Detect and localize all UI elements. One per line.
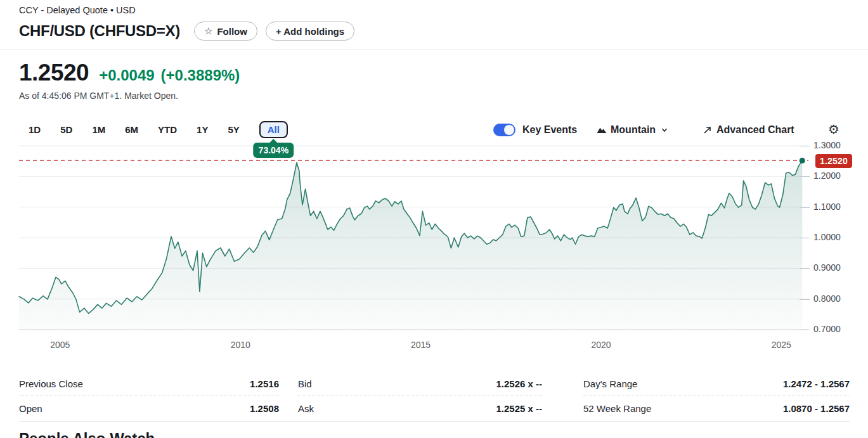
chevron-down-icon <box>661 126 668 134</box>
price-change: +0.0049 <box>99 67 154 84</box>
performance-badge: 73.04% <box>254 143 294 158</box>
key-events-toggle[interactable] <box>493 124 515 136</box>
tab-all-label: All <box>268 124 280 135</box>
follow-label: Follow <box>217 26 247 37</box>
stat-row-52-week-range: 52 Week Range 1.0870 - 1.2567 <box>583 396 850 421</box>
stat-value: 1.2525 x -- <box>496 403 542 414</box>
quote-type-meta: CCY - Delayed Quote • USD <box>19 5 136 15</box>
stat-row-open: Open 1.2508 <box>19 396 279 421</box>
add-holdings-button[interactable]: + Add holdings <box>266 22 354 41</box>
tab-5d[interactable]: 5D <box>60 124 72 135</box>
tab-5y[interactable]: 5Y <box>228 124 239 135</box>
chart-type-dropdown[interactable]: Mountain <box>597 121 668 139</box>
key-events-label: Key Events <box>522 124 577 136</box>
stat-value: 1.2508 <box>250 403 279 414</box>
x-axis-label: 2010 <box>223 340 258 350</box>
stat-value: 1.0870 - 1.2567 <box>783 403 850 414</box>
y-axis-tick <box>800 330 810 330</box>
stat-row-days-range: Day's Range 1.2472 - 1.2567 <box>583 371 850 396</box>
tab-6m[interactable]: 6M <box>125 124 138 135</box>
y-axis-label: 1.0000 <box>813 232 841 242</box>
chart-type-label: Mountain <box>611 124 656 136</box>
x-axis-label: 2020 <box>583 340 619 350</box>
tab-ytd[interactable]: YTD <box>158 124 177 135</box>
title-row: CHF/USD (CHFUSD=X) ☆ Follow + Add holdin… <box>19 22 354 41</box>
y-axis-tick <box>800 176 810 177</box>
stat-label: 52 Week Range <box>583 403 651 414</box>
price-row: 1.2520 +0.0049 (+0.3889%) <box>19 60 240 86</box>
stats-column-3: Day's Range 1.2472 - 1.2567 52 Week Rang… <box>583 371 850 421</box>
advanced-chart-button[interactable]: Advanced Chart <box>703 121 794 139</box>
header-divider <box>0 49 868 49</box>
y-axis-tick <box>800 207 810 208</box>
x-axis-label: 2015 <box>403 340 439 350</box>
y-axis-tick <box>800 238 810 238</box>
quote-page: CCY - Delayed Quote • USD CHF/USD (CHFUS… <box>0 0 868 438</box>
y-axis-label: 0.7000 <box>813 324 841 334</box>
x-axis-label: 2025 <box>763 340 799 350</box>
mountain-icon <box>597 126 607 134</box>
last-price-dot <box>800 158 805 164</box>
stat-label: Day's Range <box>583 378 637 389</box>
y-axis-label: 1.3000 <box>813 140 841 150</box>
y-axis-tick <box>800 268 810 269</box>
as-of-timestamp: As of 4:45:06 PM GMT+1. Market Open. <box>19 91 178 101</box>
page-title: CHF/USD (CHFUSD=X) <box>19 22 180 40</box>
range-tabs: 1D 5D 1M 6M YTD 1Y 5Y All 73.04% <box>29 119 288 139</box>
current-price-badge: 1.2520 <box>815 154 852 168</box>
stat-row-ask: Ask 1.2525 x -- <box>298 396 542 421</box>
y-axis: 1.30001.20001.10001.00000.90000.80000.70… <box>813 146 852 331</box>
stat-label: Bid <box>298 378 312 389</box>
expand-arrow-icon <box>703 126 712 135</box>
table-bottom-border <box>19 421 850 422</box>
stats-column-2: Bid 1.2526 x -- Ask 1.2525 x -- <box>298 371 542 421</box>
stats-column-1: Previous Close 1.2516 Open 1.2508 <box>19 371 279 421</box>
advanced-chart-label: Advanced Chart <box>716 124 794 136</box>
stat-value: 1.2526 x -- <box>496 378 542 389</box>
gear-icon[interactable]: ⚙ <box>828 122 839 137</box>
price-change-percent: (+0.3889%) <box>161 67 240 84</box>
y-axis-label: 1.1000 <box>813 202 841 212</box>
y-axis-label: 0.8000 <box>813 293 841 304</box>
tab-all-selected[interactable]: All 73.04% <box>259 121 288 138</box>
stat-label: Ask <box>298 403 314 414</box>
x-axis-label: 2005 <box>42 340 78 350</box>
tab-1d[interactable]: 1D <box>29 124 41 135</box>
add-holdings-label: + Add holdings <box>276 26 344 37</box>
y-axis-label: 0.9000 <box>813 262 841 273</box>
key-events-control: Key Events <box>493 121 577 139</box>
y-axis-tick <box>800 299 810 300</box>
stat-label: Open <box>19 403 42 414</box>
price-area-fill <box>19 160 802 330</box>
star-icon: ☆ <box>204 25 212 37</box>
tab-1m[interactable]: 1M <box>92 124 105 135</box>
current-price: 1.2520 <box>19 60 89 86</box>
people-also-watch-heading: People Also Watch <box>19 430 155 438</box>
price-chart[interactable] <box>19 146 808 330</box>
toggle-knob <box>504 125 514 135</box>
tab-1y[interactable]: 1Y <box>197 124 208 135</box>
stat-value: 1.2472 - 1.2567 <box>783 378 850 389</box>
stat-row-bid: Bid 1.2526 x -- <box>298 371 542 396</box>
y-axis-label: 1.2000 <box>813 171 841 181</box>
stat-row-previous-close: Previous Close 1.2516 <box>19 371 279 396</box>
stat-value: 1.2516 <box>250 378 279 389</box>
stat-label: Previous Close <box>19 378 83 389</box>
follow-button[interactable]: ☆ Follow <box>194 22 257 41</box>
y-axis-tick <box>800 146 810 146</box>
